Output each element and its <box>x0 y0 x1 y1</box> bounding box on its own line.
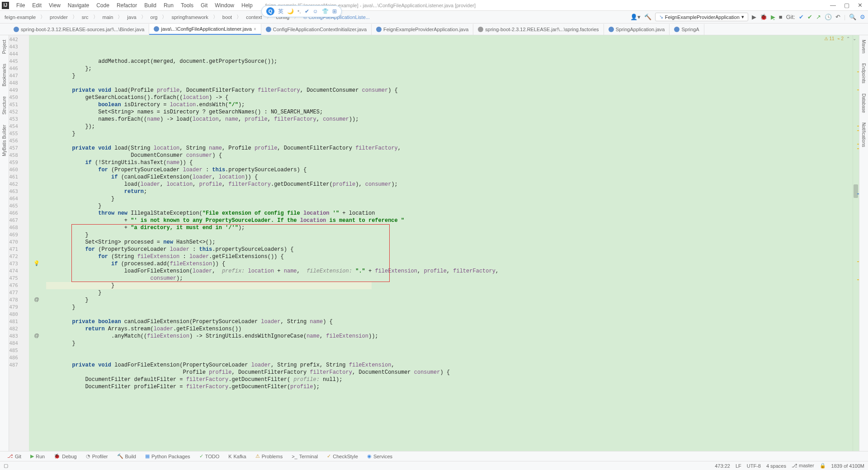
bottom-tab-git[interactable]: ⎇Git <box>4 452 25 460</box>
code-line[interactable]: + "a directory, it must end in '/'"); <box>46 224 853 231</box>
close-icon[interactable]: ✕ <box>858 2 863 9</box>
code-line[interactable]: DocumentConsumer consumer) { <box>46 152 853 159</box>
stop-icon[interactable]: ■ <box>779 14 783 20</box>
bottom-tab-todo[interactable]: ✓TODO <box>196 452 223 460</box>
build-hammer-icon[interactable]: 🔨 <box>644 14 651 20</box>
tool-icon[interactable]: ✔ <box>305 8 309 14</box>
bottom-tab-checkstyle[interactable]: ✓CheckStyle <box>323 452 362 460</box>
code-line[interactable]: } <box>46 282 853 289</box>
code-line[interactable]: + "' is not known to any PropertySourceL… <box>46 217 853 224</box>
code-line[interactable]: Set<String> processed = new HashSet<>(); <box>46 239 853 246</box>
code-line[interactable]: names.forEach((name) -> load(location, n… <box>46 116 853 123</box>
breadcrumb-item[interactable]: springframework <box>170 14 210 21</box>
run-icon[interactable]: ▶ <box>752 14 756 20</box>
editor-tab[interactable]: SpringApplication.java <box>604 24 670 35</box>
code-line[interactable]: if (processed.add(fileExtension)) { <box>46 260 853 268</box>
menu-git[interactable]: Git <box>197 2 211 9</box>
menu-build[interactable]: Build <box>141 2 160 9</box>
git-history-icon[interactable]: 🕓 <box>825 14 832 20</box>
bottom-tab-build[interactable]: 🔨Build <box>113 452 140 460</box>
menu-window[interactable]: Window <box>211 2 238 9</box>
code-line[interactable]: private void loadForFileExtension(Proper… <box>46 362 853 369</box>
bottom-tab-services[interactable]: ◉Services <box>363 452 396 460</box>
bottom-tab-debug[interactable]: 🐞Debug <box>50 452 80 460</box>
menu-refactor[interactable]: Refactor <box>113 2 141 9</box>
grid-icon[interactable]: ⊞ <box>332 8 337 14</box>
code-line[interactable]: } <box>46 304 853 311</box>
bottom-tab-terminal[interactable]: >_Terminal <box>288 453 321 460</box>
code-line[interactable]: } <box>46 195 853 202</box>
breadcrumb-item[interactable]: org <box>149 14 160 21</box>
inspection-badge[interactable]: ⚠ 11 ⌁ 2 ⌃⌄ <box>824 36 856 41</box>
code-line[interactable]: boolean isDirectory = location.endsWith(… <box>46 101 853 108</box>
editor-tab[interactable]: SpringA <box>670 24 704 35</box>
memory-indicator[interactable]: 1839 of 4100M <box>831 463 864 469</box>
code-line[interactable]: } <box>46 296 853 304</box>
code-line[interactable]: private void load(String location, Strin… <box>46 145 853 152</box>
tool-maven[interactable]: Maven <box>861 38 866 55</box>
code-line[interactable] <box>46 311 853 318</box>
code-line[interactable]: load(loader, location, profile, filterFa… <box>46 181 853 188</box>
bottom-tab-problems[interactable]: ⚠Problems <box>252 452 286 460</box>
tool-project[interactable]: Project <box>2 38 7 56</box>
code-line[interactable] <box>46 80 853 87</box>
editor-tab[interactable]: FeignExampleProviderApplication.java <box>372 24 473 35</box>
encoding[interactable]: UTF-8 <box>747 463 761 469</box>
scrollbar[interactable] <box>853 35 859 451</box>
shirt-icon[interactable]: 👕 <box>322 8 329 14</box>
code-line[interactable]: consumer); <box>46 275 853 282</box>
code-line[interactable]: Set<String> names = isDirectory ? getSea… <box>46 108 853 116</box>
code-line[interactable]: .anyMatch((fileExtension) -> StringUtils… <box>46 333 853 340</box>
tool-structure[interactable]: Structure <box>2 94 7 117</box>
code-line[interactable]: throw new IllegalStateException("File ex… <box>46 210 853 217</box>
code-line[interactable]: for (String fileExtension : loader.getFi… <box>46 253 853 260</box>
git-commit-icon[interactable]: ✔ <box>807 14 812 20</box>
code-line[interactable]: loadForFileExtension(loader, prefix: loc… <box>46 268 853 275</box>
user-icon[interactable]: 👤▾ <box>630 14 641 20</box>
menu-view[interactable]: View <box>45 2 64 9</box>
git-rollback-icon[interactable]: ↶ <box>835 14 840 20</box>
code-line[interactable]: if (!StringUtils.hasText(name)) { <box>46 159 853 166</box>
code-line[interactable]: addMethod.accept(merged, document.getPro… <box>46 58 853 65</box>
bottom-tab-kafka[interactable]: KKafka <box>225 453 250 460</box>
editor-tab[interactable]: spring-boot-2.3.12.RELEASE-sources.jar!\… <box>9 24 149 35</box>
git-update-icon[interactable]: ✔ <box>799 14 804 20</box>
git-branch[interactable]: ⎇ master <box>792 463 814 469</box>
tool-database[interactable]: Database <box>861 92 866 115</box>
close-tab-icon[interactable]: × <box>254 27 256 32</box>
menu-run[interactable]: Run <box>160 2 177 9</box>
code-line[interactable]: for (PropertySourceLoader loader : this.… <box>46 166 853 174</box>
lock-icon[interactable]: 🔒 <box>820 463 826 469</box>
tool-endpoints[interactable]: Endpoints <box>861 61 866 85</box>
code-line[interactable]: } <box>46 72 853 80</box>
code-line[interactable]: for (PropertySourceLoader loader : this.… <box>46 246 853 253</box>
menu-edit[interactable]: Edit <box>28 2 45 9</box>
moon-icon[interactable]: 🌙 <box>287 8 294 14</box>
run-config-select[interactable]: ↘ FeignExampleProviderApplication ▾ <box>655 13 748 21</box>
bottom-tab-run[interactable]: ▶Run <box>27 452 48 460</box>
git-push-icon[interactable]: ↗ <box>816 14 821 20</box>
tool-mybatis-builder[interactable]: MyBatis Builder <box>2 123 7 158</box>
code-line[interactable]: if (canLoadFileExtension(loader, locatio… <box>46 174 853 181</box>
menu-help[interactable]: Help <box>238 2 256 9</box>
menu-tools[interactable]: Tools <box>177 2 197 9</box>
floating-ime-widget[interactable]: Q 英 🌙 •, ✔ ☺ 👕 ⊞ <box>261 5 342 17</box>
scrollbar-thumb[interactable] <box>854 184 858 198</box>
code-line[interactable]: return Arrays.stream(loader.getFileExten… <box>46 325 853 333</box>
code-line[interactable]: }; <box>46 65 853 72</box>
breadcrumb-item[interactable]: java <box>125 14 138 21</box>
search-icon[interactable]: 🔍 <box>849 14 856 20</box>
editor-tab[interactable]: spring-boot-2.3.12.RELEASE.jar!\...\spri… <box>473 24 604 35</box>
code-line[interactable]: } <box>46 289 853 296</box>
breadcrumb-item[interactable]: main <box>101 14 115 21</box>
bottom-tab-python-packages[interactable]: ▦Python Packages <box>142 452 194 460</box>
breadcrumb-item[interactable]: boot <box>221 14 234 21</box>
cursor-pos[interactable]: 473:22 <box>715 463 730 469</box>
code-line[interactable]: } <box>46 130 853 137</box>
editor-tab[interactable]: java\...\ConfigFileApplicationListener.j… <box>149 24 261 35</box>
editor-tab[interactable]: ConfigFileApplicationContextInitializer.… <box>261 24 372 35</box>
code-line[interactable]: } <box>46 231 853 239</box>
coverage-icon[interactable]: ▶̱ <box>771 14 775 20</box>
code-line[interactable] <box>46 137 853 145</box>
debug-icon[interactable]: 🐞 <box>760 14 767 20</box>
